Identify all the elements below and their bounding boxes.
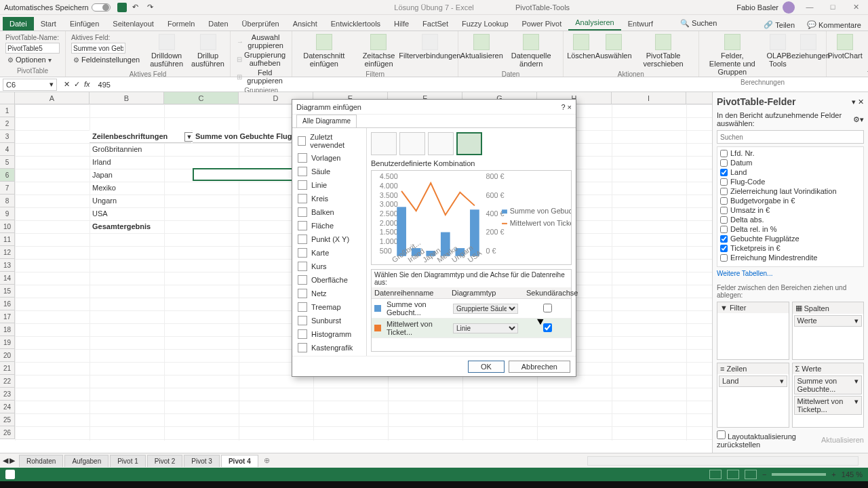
- row-header[interactable]: 19: [0, 336, 15, 349]
- chart-type-item[interactable]: Fläche: [292, 219, 366, 232]
- row-header[interactable]: 1: [0, 104, 15, 117]
- column-header[interactable]: B: [90, 92, 164, 104]
- chart-type-item[interactable]: Karte: [292, 246, 366, 260]
- chart-type-list[interactable]: Zuletzt verwendetVorlagenSäuleLinieKreis…: [292, 128, 367, 356]
- row-header[interactable]: 6: [0, 169, 15, 182]
- pane-settings-icon[interactable]: ▾: [852, 98, 856, 106]
- share-button[interactable]: 🔗 Teilen: [760, 19, 799, 30]
- tab-file[interactable]: Datei: [3, 17, 34, 30]
- row-header[interactable]: 8: [0, 195, 15, 207]
- row-header[interactable]: 23: [0, 388, 15, 401]
- chart-type-item[interactable]: Säule: [292, 165, 366, 178]
- filter-area[interactable]: ▼Filter: [717, 302, 789, 360]
- row-header[interactable]: 22: [0, 375, 15, 388]
- tab-start[interactable]: Start: [34, 17, 63, 30]
- pivot-row-label[interactable]: Japan: [90, 169, 191, 182]
- sheet-nav-prev-icon[interactable]: ◀: [3, 456, 8, 465]
- chevron-down-icon[interactable]: ▾: [854, 317, 859, 325]
- field-item[interactable]: Flug-Code: [719, 177, 862, 186]
- sheet-nav-next-icon[interactable]: ▶: [9, 456, 15, 465]
- pivot-row-label[interactable]: USA: [90, 207, 191, 220]
- chart-type-item[interactable]: Treemap: [292, 300, 366, 314]
- select-button[interactable]: Auswählen: [597, 33, 630, 69]
- row-header[interactable]: 24: [0, 401, 15, 413]
- search-tab[interactable]: 🔍 Suchen: [673, 16, 724, 30]
- pagelayout-view-icon[interactable]: [727, 470, 739, 479]
- secondary-axis-checkbox-2[interactable]: [543, 323, 552, 332]
- defer-checkbox[interactable]: Layoutaktualisierung zurückstellen: [717, 430, 821, 449]
- columns-area[interactable]: ▦SpaltenWerte▾: [792, 302, 865, 360]
- pane-close-icon[interactable]: ✕: [858, 98, 864, 106]
- cancel-formula-icon[interactable]: ✕: [64, 80, 70, 89]
- dialog-close-icon[interactable]: ×: [568, 103, 572, 111]
- values-area[interactable]: ΣWerteSumme von Gebuchte...▾Mittelwert v…: [792, 363, 865, 428]
- area-item[interactable]: Werte▾: [794, 315, 863, 327]
- field-item[interactable]: Delta abs.: [719, 215, 862, 224]
- windows-taskbar[interactable]: [0, 481, 868, 488]
- chart-type-item[interactable]: Linie: [292, 178, 366, 192]
- fx-icon[interactable]: fx: [84, 80, 90, 89]
- cancel-button[interactable]: Abbrechen: [509, 361, 570, 373]
- minimize-icon[interactable]: —: [802, 3, 818, 12]
- row-header[interactable]: 12: [0, 246, 15, 259]
- toggle-switch[interactable]: [92, 3, 111, 12]
- area-item[interactable]: Summe von Gebuchte...▾: [794, 375, 863, 394]
- tab-pagelayout[interactable]: Seitenlayout: [106, 17, 161, 30]
- move-button[interactable]: PivotTable verschieben: [633, 33, 694, 69]
- area-item[interactable]: Mittelwert von Ticketp...▾: [794, 396, 863, 415]
- field-item[interactable]: Gebuchte Flugplätze: [719, 234, 862, 243]
- field-item[interactable]: Umsatz in €: [719, 205, 862, 215]
- sheet-tab[interactable]: Aufgaben: [64, 455, 108, 467]
- tab-formulas[interactable]: Formeln: [161, 17, 201, 30]
- refresh-button[interactable]: Aktualisieren: [462, 33, 500, 69]
- subtype-1[interactable]: [371, 132, 397, 155]
- field-checkbox[interactable]: [720, 254, 728, 262]
- chart-type-item[interactable]: Wasserfall: [292, 354, 366, 356]
- tab-factset[interactable]: FactSet: [416, 17, 455, 30]
- sheet-tab[interactable]: Pivot 4: [221, 455, 258, 467]
- chart-type-item[interactable]: Kastengrafik: [292, 341, 366, 354]
- field-item[interactable]: Ticketpreis in €: [719, 243, 862, 253]
- change-source-button[interactable]: Datenquelle ändern: [503, 33, 559, 69]
- save-icon[interactable]: [117, 3, 127, 12]
- formula-input[interactable]: 495: [94, 81, 868, 89]
- accept-formula-icon[interactable]: ✓: [74, 80, 80, 89]
- clear-button[interactable]: Löschen: [568, 33, 595, 69]
- pivot-row-label[interactable]: Irland: [90, 156, 191, 169]
- all-charts-tab[interactable]: Alle Diagramme: [296, 115, 357, 127]
- autosave-toggle[interactable]: Automatisches Speichern: [4, 3, 111, 12]
- add-sheet-icon[interactable]: ⊕: [260, 455, 274, 466]
- row-header[interactable]: 21: [0, 362, 15, 375]
- chart-type-item[interactable]: Balken: [292, 205, 366, 219]
- row-header[interactable]: 13: [0, 259, 15, 272]
- row-header[interactable]: 4: [0, 143, 15, 156]
- sheet-tab[interactable]: Pivot 1: [110, 455, 146, 467]
- field-item[interactable]: Erreichung Mindestrendite: [719, 253, 862, 262]
- horizontal-scrollbar[interactable]: [587, 456, 859, 466]
- chart-type-item[interactable]: Oberfläche: [292, 273, 366, 287]
- comments-button[interactable]: 💬 Kommentare: [803, 19, 865, 30]
- gear-icon[interactable]: ⚙▾: [853, 115, 864, 124]
- chevron-down-icon[interactable]: ▾: [854, 377, 859, 393]
- chart-type-item[interactable]: Kreis: [292, 192, 366, 205]
- row-header[interactable]: 2: [0, 117, 15, 130]
- maximize-icon[interactable]: □: [825, 3, 841, 12]
- recommended-button[interactable]: Empfohlene PivotTables: [862, 33, 868, 69]
- field-checkbox[interactable]: [720, 188, 728, 195]
- field-item[interactable]: Zielerreichung laut Vorindikation: [719, 186, 862, 196]
- column-header[interactable]: C: [164, 92, 239, 104]
- row-header[interactable]: 5: [0, 156, 15, 169]
- chart-type-item[interactable]: Vorlagen: [292, 151, 366, 165]
- ok-button[interactable]: OK: [468, 361, 505, 373]
- subtype-4-custom[interactable]: [456, 132, 482, 155]
- column-header[interactable]: I: [612, 92, 686, 104]
- pivot-val-header[interactable]: Summe von Gebuchte Flugplä: [193, 130, 308, 143]
- field-item[interactable]: Datum: [719, 158, 862, 167]
- area-item[interactable]: Land▾: [719, 375, 787, 387]
- row-header[interactable]: 18: [0, 323, 15, 336]
- field-item[interactable]: Lfd. Nr.: [719, 148, 862, 158]
- help-icon[interactable]: ?: [561, 103, 565, 111]
- field-checkbox[interactable]: [720, 150, 728, 157]
- fields-items-button[interactable]: Felder, Elemente und Gruppen: [703, 33, 762, 77]
- field-checkbox[interactable]: [720, 159, 728, 167]
